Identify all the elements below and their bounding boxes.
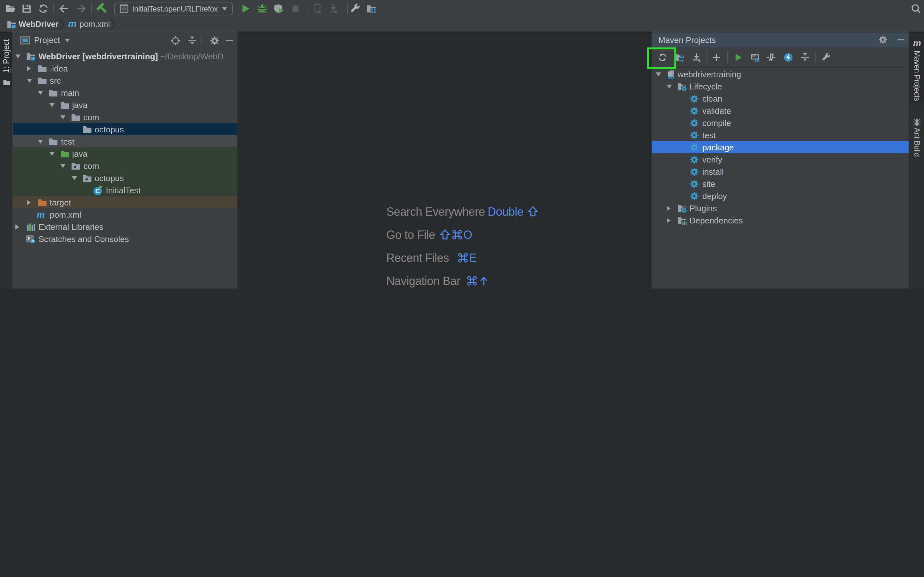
- svg-text:m: m: [754, 57, 759, 62]
